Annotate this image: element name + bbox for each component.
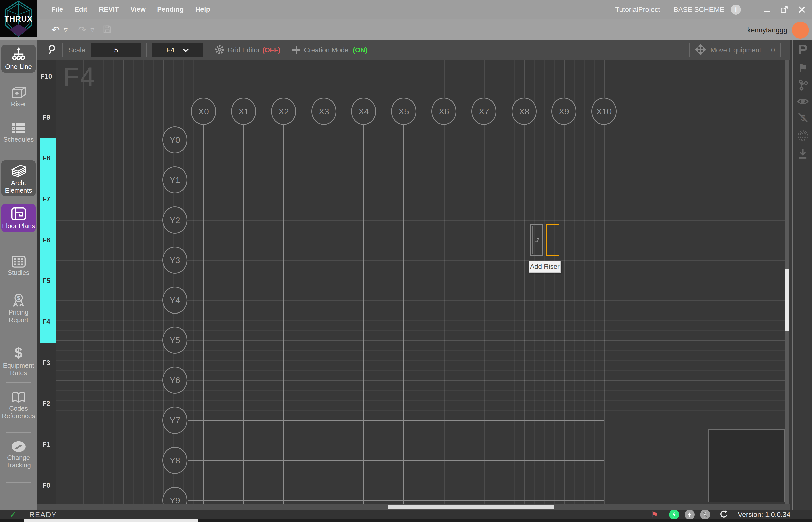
floorplan-canvas[interactable]: F4 X0 X1 X2 xyxy=(56,60,785,504)
grid-bubble-y: Y6 xyxy=(162,367,187,394)
sidebar-item-label: Schedules xyxy=(3,136,34,143)
floor-label[interactable]: F3 xyxy=(37,359,56,367)
minimap-viewport-rect[interactable] xyxy=(745,464,762,475)
vertical-scrollbar-thumb[interactable] xyxy=(786,269,789,331)
menu-view[interactable]: View xyxy=(130,5,146,13)
sidebar-item-riser[interactable]: Riser xyxy=(1,86,36,108)
eye-icon[interactable] xyxy=(797,98,809,106)
redo-icon[interactable]: ↷ xyxy=(78,25,87,35)
grid-line-x xyxy=(524,125,524,504)
floor-label[interactable]: F9 xyxy=(37,114,56,121)
riser-ghost-outline xyxy=(530,224,543,256)
sidebar-item-codes-references[interactable]: Codes References xyxy=(1,392,36,420)
panel-p-icon[interactable]: P xyxy=(798,43,808,57)
restore-button[interactable] xyxy=(779,4,790,15)
move-equipment-button[interactable]: Move Equipment xyxy=(710,46,761,54)
horizontal-scrollbar[interactable] xyxy=(37,504,790,510)
move-equipment-count: 0 xyxy=(771,46,775,54)
gear-icon[interactable] xyxy=(215,45,225,56)
sidebar-item-floor-plans[interactable]: Floor Plans xyxy=(1,204,36,232)
riser-box-icon xyxy=(11,86,26,99)
close-button[interactable] xyxy=(796,4,808,15)
toolbar-separator xyxy=(286,43,286,57)
sidebar-divider xyxy=(6,432,31,433)
riser-placement-cursor xyxy=(546,224,559,256)
floor-label[interactable]: F10 xyxy=(37,73,56,80)
sidebar-divider xyxy=(6,286,31,286)
grid-line-x xyxy=(484,125,484,504)
creation-mode-label[interactable]: Creation Mode: xyxy=(304,46,350,54)
project-name: TutorialProject xyxy=(615,5,660,14)
avatar[interactable] xyxy=(792,22,809,39)
grid-editor-label[interactable]: Grid Editor xyxy=(227,46,260,54)
flag-icon[interactable]: ⚑ xyxy=(798,63,808,74)
grid-bubble-x: X1 xyxy=(231,98,256,125)
menu-pending[interactable]: Pending xyxy=(157,5,184,13)
info-icon[interactable]: i xyxy=(731,4,741,15)
scale-label: Scale: xyxy=(68,46,87,54)
price-badge-icon: $ xyxy=(11,293,26,307)
floor-label[interactable]: F6 xyxy=(37,236,56,244)
menu-file[interactable]: File xyxy=(52,5,63,13)
floor-label[interactable]: F7 xyxy=(37,196,56,203)
sidebar-item-equipment-rates[interactable]: $ Equipment Rates xyxy=(1,345,36,377)
sidebar-divider xyxy=(6,247,31,247)
menu-revit[interactable]: REVIT xyxy=(99,5,119,13)
undo-icon[interactable]: ↶ xyxy=(52,25,60,35)
sidebar-item-one-line[interactable]: One-Line xyxy=(1,45,36,73)
status-text: READY xyxy=(29,511,57,519)
floor-label[interactable]: F5 xyxy=(37,277,56,285)
floor-label[interactable]: F0 xyxy=(37,482,56,489)
plus-icon[interactable] xyxy=(292,45,301,55)
scale-input[interactable] xyxy=(91,43,141,57)
minimize-button[interactable] xyxy=(762,4,772,15)
floor-select[interactable]: F4 xyxy=(153,43,203,57)
floor-label[interactable]: F8 xyxy=(37,154,56,162)
sidebar-item-change-tracking[interactable]: Change Tracking xyxy=(1,441,36,469)
sidebar-item-arch-elements[interactable]: Arch. Elements xyxy=(1,160,36,196)
ready-check-icon: ✓ xyxy=(9,510,16,520)
download-icon[interactable] xyxy=(798,148,808,160)
menu-help[interactable]: Help xyxy=(196,5,210,13)
undo-dropdown-icon[interactable]: ▽ xyxy=(64,27,68,33)
no-cost-icon[interactable]: $ xyxy=(798,112,808,124)
one-line-diagram-icon xyxy=(11,47,26,62)
save-icon[interactable] xyxy=(103,25,111,35)
right-sidebar: P ⚑ $ xyxy=(790,40,812,510)
blueprint-icon xyxy=(11,207,26,221)
logo-text: THRUX xyxy=(0,15,37,23)
redo-dropdown-icon[interactable]: ▽ xyxy=(90,27,94,33)
sidebar-item-schedules[interactable]: Schedules xyxy=(1,123,36,143)
restore-icon xyxy=(780,5,788,14)
floor-label[interactable]: F2 xyxy=(37,400,56,408)
add-element-icon xyxy=(534,237,539,243)
grid-line-x xyxy=(203,125,204,504)
grid-line-y xyxy=(188,140,604,140)
branch-icon[interactable] xyxy=(798,80,808,92)
horizontal-scrollbar-thumb[interactable] xyxy=(388,505,554,509)
search-icon[interactable] xyxy=(47,44,57,56)
floor-label[interactable]: F4 xyxy=(37,318,56,326)
sidebar-item-pricing-report[interactable]: $ Pricing Report xyxy=(1,293,36,323)
power-status-icon-1 xyxy=(669,510,679,520)
grid-line-x xyxy=(444,125,444,504)
grid-editor-state: (OFF) xyxy=(262,46,281,54)
power-status-off-icon xyxy=(700,510,710,520)
grid-line-y xyxy=(188,460,604,461)
floor-select-value: F4 xyxy=(166,46,175,54)
sidebar-item-label: Floor Plans xyxy=(2,222,35,230)
vertical-scrollbar[interactable] xyxy=(786,60,789,504)
grid-line-y xyxy=(188,420,604,421)
dotted-globe-icon[interactable] xyxy=(797,130,809,142)
refresh-icon[interactable] xyxy=(719,510,728,520)
minimap[interactable] xyxy=(709,429,785,502)
grid-bubble-y: Y8 xyxy=(162,447,187,474)
sidebar-item-studies[interactable]: Studies xyxy=(1,256,36,277)
floor-label[interactable]: F1 xyxy=(37,441,56,448)
right-sidebar-divider xyxy=(792,40,793,510)
scheme-name: BASE SCHEME xyxy=(674,5,724,14)
grid-bubble-x: X2 xyxy=(271,98,296,125)
grid-line-y xyxy=(188,220,604,220)
menu-edit[interactable]: Edit xyxy=(75,5,87,13)
right-sidebar-divider xyxy=(797,166,809,166)
